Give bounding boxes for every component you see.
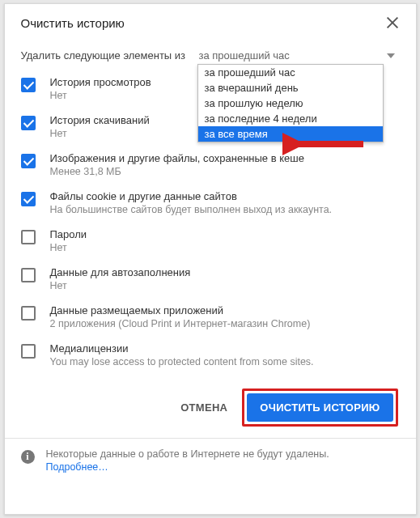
checkbox[interactable] (21, 268, 36, 282)
dialog-buttons: ОТМЕНА ОЧИСТИТЬ ИСТОРИЮ (5, 374, 416, 438)
dropdown-option[interactable]: за прошедший час (198, 65, 383, 80)
checkbox[interactable] (21, 230, 36, 244)
time-range-row: Удалить следующие элементы из за прошедш… (5, 38, 416, 65)
dropdown-option[interactable]: за прошлую неделю (198, 96, 383, 111)
list-item: Файлы cookie и другие данные сайтовНа бо… (21, 184, 400, 222)
item-sublabel: 2 приложения (Cloud Print и Интернет-маг… (50, 318, 400, 329)
dialog-footer: i Некоторые данные о работе в Интернете … (5, 438, 416, 482)
footer-text: Некоторые данные о работе в Интернете не… (46, 448, 329, 473)
item-label: Данные для автозаполнения (50, 266, 400, 278)
checkbox[interactable] (21, 344, 36, 359)
list-item: ПаролиНет (21, 222, 400, 260)
list-item: Данные размещаемых приложений2 приложени… (21, 298, 400, 336)
dialog-header: Очистить историю (5, 4, 416, 38)
dropdown-option[interactable]: за последние 4 недели (198, 111, 383, 126)
time-range-dropdown: за прошедший часза вчерашний деньза прош… (197, 64, 384, 142)
info-icon: i (21, 450, 35, 464)
item-sublabel: Менее 31,8 МБ (50, 166, 400, 177)
list-item: Данные для автозаполненияНет (21, 260, 400, 298)
cancel-button[interactable]: ОТМЕНА (180, 401, 227, 414)
item-sublabel: На большинстве сайтов будет выполнен вых… (50, 204, 400, 215)
dropdown-option[interactable]: за вчерашний день (198, 80, 383, 96)
checkbox[interactable] (21, 78, 36, 92)
confirm-button-highlight: ОЧИСТИТЬ ИСТОРИЮ (242, 388, 397, 427)
time-range-select[interactable]: за прошедший час за прошедший часза вчер… (199, 48, 400, 65)
time-range-label: Удалить следующие элементы из (21, 48, 199, 62)
confirm-button[interactable]: ОЧИСТИТЬ ИСТОРИЮ (247, 393, 392, 422)
item-label: Файлы cookie и другие данные сайтов (50, 190, 400, 202)
learn-more-link[interactable]: Подробнее… (46, 461, 108, 473)
checkbox[interactable] (21, 154, 36, 168)
dialog-title: Очистить историю (21, 16, 125, 30)
select-value: за прошедший час (199, 49, 290, 62)
checkbox[interactable] (21, 192, 36, 206)
close-icon[interactable] (385, 15, 400, 30)
item-label: Медиалицензии (50, 342, 400, 355)
clear-history-dialog: Очистить историю Удалить следующие элеме… (4, 3, 417, 515)
item-sublabel: Нет (50, 280, 400, 291)
item-label: Изображения и другие файлы, сохраненные … (50, 152, 400, 164)
checkbox[interactable] (21, 116, 36, 130)
item-label: Данные размещаемых приложений (50, 304, 400, 316)
item-sublabel: You may lose access to protected content… (50, 356, 400, 367)
item-sublabel: Нет (50, 242, 400, 253)
list-item: МедиалицензииYou may lose access to prot… (21, 336, 400, 374)
list-item: Изображения и другие файлы, сохраненные … (21, 146, 400, 184)
select-header[interactable]: за прошедший час (199, 48, 400, 65)
checkbox[interactable] (21, 306, 36, 321)
item-label: Пароли (50, 228, 400, 240)
chevron-down-icon (387, 53, 395, 58)
dropdown-option[interactable]: за все время (198, 126, 383, 142)
